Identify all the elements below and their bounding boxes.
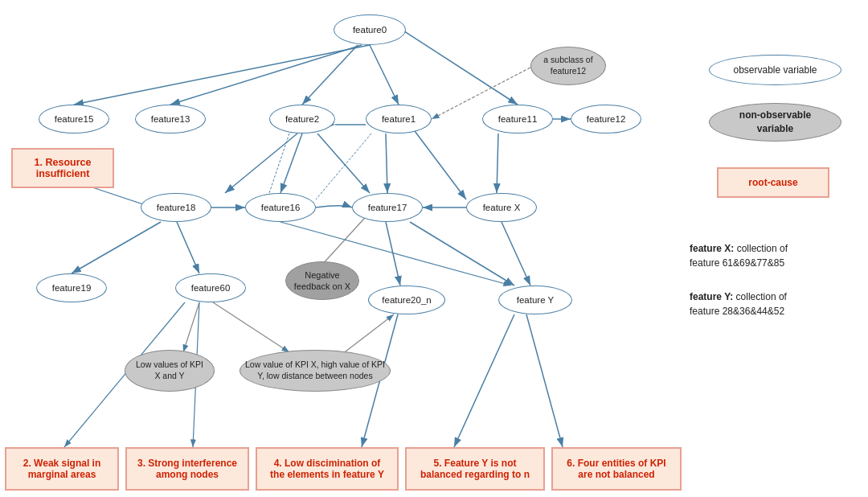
node-feature60: feature60 xyxy=(175,273,246,302)
svg-line-35 xyxy=(269,133,289,193)
label-four-entities: 6. Four entities of KPI are not balanced xyxy=(551,447,682,491)
svg-line-22 xyxy=(386,222,400,285)
svg-line-36 xyxy=(316,133,371,199)
svg-line-26 xyxy=(183,302,199,352)
svg-line-7 xyxy=(402,30,518,105)
svg-line-19 xyxy=(72,222,161,273)
svg-line-3 xyxy=(74,45,370,105)
node-negfeedback: Negative feedback on X xyxy=(285,261,359,300)
node-feature19: feature19 xyxy=(36,273,107,302)
node-feature16: feature16 xyxy=(245,193,316,222)
node-featureY: feature Y xyxy=(498,285,572,314)
node-lowKPIX: Low value of KPI X, high value of KPI Y,… xyxy=(240,350,391,392)
node-lowKPIXY: Low values of KPI X and Y xyxy=(125,350,215,392)
label-resource-insufficient: 1. Resource insufficient xyxy=(11,148,114,188)
svg-line-14 xyxy=(386,133,387,193)
label-strong-interference: 3. Strong interference among nodes xyxy=(125,447,249,491)
svg-line-13 xyxy=(317,133,370,193)
svg-line-11 xyxy=(225,133,297,193)
legend-featureX-desc: feature X: collection of feature 61&69&7… xyxy=(690,241,850,271)
node-feature0: feature0 xyxy=(334,14,406,45)
label-feature-y-not-balanced: 5. Feature Y is not balanced regarding t… xyxy=(405,447,545,491)
diagram-container: feature0 feature15 feature13 feature2 fe… xyxy=(0,0,868,497)
node-feature2: feature2 xyxy=(269,105,335,133)
label-weak-signal: 2. Weak signal in marginal areas xyxy=(5,447,119,491)
node-feature12: feature12 xyxy=(571,105,641,133)
node-featureX: feature X xyxy=(466,193,537,222)
svg-line-5 xyxy=(302,45,358,105)
legend-root-cause: root-cause xyxy=(717,167,829,198)
svg-line-20 xyxy=(177,222,199,273)
svg-line-4 xyxy=(170,45,362,105)
node-feature13: feature13 xyxy=(135,105,206,133)
svg-line-6 xyxy=(370,45,399,105)
svg-line-27 xyxy=(213,302,289,352)
node-feature20n: feature20_n xyxy=(368,285,445,314)
svg-line-21 xyxy=(321,211,371,265)
legend-featureY-desc: feature Y: collection of feature 28&36&4… xyxy=(690,290,850,319)
svg-line-29 xyxy=(454,314,514,447)
node-feature15: feature15 xyxy=(39,105,109,133)
legend-observable: observable variable xyxy=(709,55,841,85)
svg-line-15 xyxy=(410,125,466,199)
node-feature11: feature11 xyxy=(482,105,553,133)
node-feature18: feature18 xyxy=(141,193,211,222)
label-low-discrimination: 4. Low discimination of the elements in … xyxy=(256,447,399,491)
svg-line-12 xyxy=(280,133,302,193)
svg-line-16 xyxy=(497,133,498,193)
node-subclass12: a subclass of feature12 xyxy=(530,47,606,85)
svg-line-30 xyxy=(526,314,563,447)
node-feature17: feature17 xyxy=(352,193,423,222)
legend-non-observable: non-observable variable xyxy=(709,103,841,142)
svg-line-23 xyxy=(502,222,530,285)
svg-line-24 xyxy=(410,222,514,285)
node-feature1: feature1 xyxy=(366,105,432,133)
